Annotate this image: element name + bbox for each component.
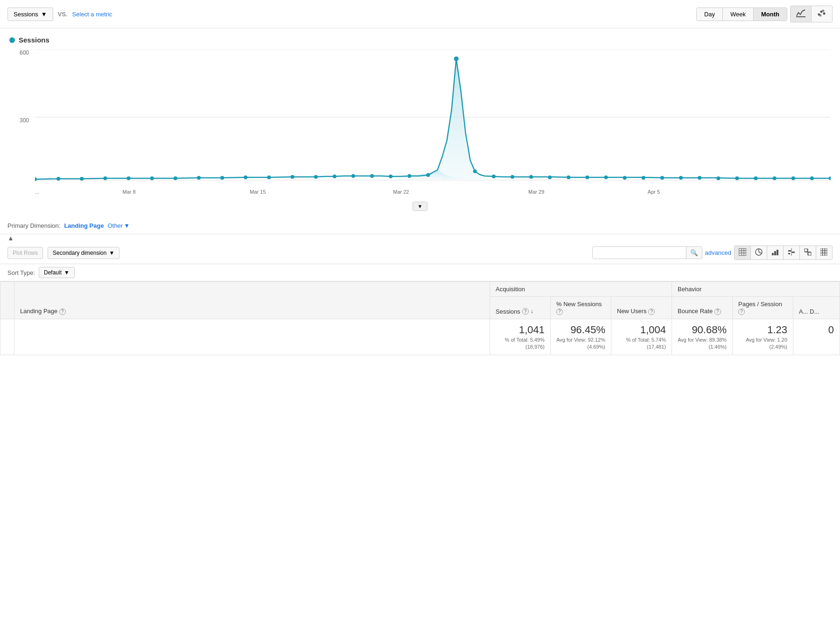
- chart-scatter-btn[interactable]: [812, 6, 832, 22]
- other-dim-arrow: ▼: [124, 222, 130, 229]
- svg-line-58: [759, 252, 762, 253]
- svg-rect-64: [792, 252, 795, 253]
- pivot-icon: [804, 248, 812, 256]
- svg-point-46: [754, 176, 758, 180]
- svg-point-13: [80, 177, 84, 181]
- vs-label: VS.: [58, 11, 68, 18]
- svg-point-5: [822, 10, 825, 12]
- svg-point-27: [389, 175, 392, 178]
- th-group-behavior: Behavior: [672, 282, 840, 297]
- custom-report-icon: [820, 248, 828, 256]
- landing-page-help-icon[interactable]: ?: [59, 308, 66, 315]
- view-pie-btn[interactable]: [751, 246, 767, 259]
- top-toolbar: Sessions ▼ VS. Select a metric Day Week …: [0, 0, 840, 28]
- view-compare-btn[interactable]: [784, 246, 800, 259]
- other-dim-dropdown[interactable]: Other ▼: [108, 222, 130, 229]
- th-pct-new-sessions: % New Sessions ?: [551, 297, 611, 319]
- chart-type-group: [790, 6, 833, 22]
- svg-point-21: [267, 175, 271, 179]
- x-label-apr5: Apr 5: [648, 189, 660, 195]
- totals-checkbox-cell: [0, 319, 14, 355]
- svg-point-49: [810, 176, 814, 180]
- plot-rows-btn[interactable]: Plot Rows: [7, 247, 43, 259]
- x-label-mar29: Mar 29: [528, 189, 544, 195]
- secondary-dim-btn[interactable]: Secondary dimension ▼: [48, 247, 119, 259]
- totals-avg-dur: 0: [793, 319, 840, 355]
- svg-point-24: [333, 175, 336, 178]
- x-label-mar22: Mar 22: [393, 189, 409, 195]
- svg-point-20: [244, 175, 247, 179]
- sort-default-btn[interactable]: Default ▼: [39, 267, 75, 278]
- svg-rect-71: [823, 248, 825, 256]
- view-table-btn[interactable]: [735, 246, 751, 259]
- chart-collapse-toggle[interactable]: ▼: [413, 202, 428, 211]
- dropdown-arrow: ▼: [41, 11, 47, 18]
- chart-area: Sessions 600 300: [0, 28, 840, 214]
- svg-point-41: [660, 176, 664, 180]
- svg-point-33: [511, 175, 514, 179]
- svg-point-35: [548, 175, 552, 179]
- chart-container: 600 300: [9, 49, 831, 199]
- svg-point-17: [174, 176, 177, 180]
- th-avg-dur: A... D...: [793, 297, 840, 319]
- sessions-help-icon[interactable]: ?: [522, 308, 529, 315]
- totals-label-cell: [14, 319, 490, 355]
- x-label-mar15: Mar 15: [250, 189, 266, 195]
- bar-chart-icon: [771, 248, 779, 256]
- totals-sessions-sub: % of Total: 5.49% (18,976): [505, 337, 545, 350]
- secondary-dim-label: Secondary dimension: [53, 250, 106, 256]
- svg-point-37: [585, 175, 589, 179]
- svg-point-28: [407, 174, 411, 178]
- svg-point-50: [829, 176, 831, 180]
- period-week-btn[interactable]: Week: [723, 8, 754, 21]
- svg-point-15: [127, 176, 131, 180]
- primary-dim-value[interactable]: Landing Page: [64, 222, 104, 229]
- view-pivot-btn[interactable]: [800, 246, 816, 259]
- svg-point-42: [679, 176, 683, 180]
- pie-chart-icon: [755, 248, 763, 256]
- svg-rect-68: [805, 249, 807, 252]
- totals-new-users-value: 1,004: [617, 324, 666, 336]
- filter-right: 🔍 advanced: [592, 245, 833, 260]
- view-bar-btn[interactable]: [767, 246, 784, 259]
- svg-rect-59: [772, 253, 774, 255]
- filter-toolbar: Plot Rows Secondary dimension ▼ 🔍 advanc…: [0, 242, 840, 264]
- new-users-help-icon[interactable]: ?: [648, 308, 655, 315]
- chart-line-btn[interactable]: [791, 6, 812, 22]
- view-custom-btn[interactable]: [816, 246, 832, 259]
- search-icon: 🔍: [690, 249, 698, 256]
- table-expand-indicator: ▲: [0, 234, 840, 242]
- search-button[interactable]: 🔍: [686, 247, 702, 259]
- th-pages-session: Pages / Session ?: [733, 297, 793, 319]
- chart-collapse-btn: ▼: [9, 199, 831, 214]
- advanced-link[interactable]: advanced: [705, 249, 731, 256]
- svg-point-3: [823, 13, 826, 15]
- pages-session-help-icon[interactable]: ?: [738, 308, 745, 315]
- svg-point-16: [150, 176, 154, 180]
- secondary-dim-arrow: ▼: [109, 250, 114, 256]
- th-landing-page: Landing Page ?: [14, 282, 490, 319]
- totals-sessions: 1,041 % of Total: 5.49% (18,976): [490, 319, 551, 355]
- select-metric-link[interactable]: Select a metric: [72, 11, 112, 18]
- sessions-sort-arrow[interactable]: ↓: [531, 308, 533, 315]
- svg-point-48: [791, 176, 795, 180]
- metric-dropdown[interactable]: Sessions ▼: [7, 7, 53, 21]
- svg-point-38: [604, 175, 608, 179]
- period-month-btn[interactable]: Month: [754, 8, 787, 21]
- pct-new-sessions-help-icon[interactable]: ?: [556, 308, 563, 315]
- period-day-btn[interactable]: Day: [697, 8, 723, 21]
- svg-point-30: [454, 56, 459, 61]
- svg-marker-10: [438, 59, 489, 179]
- svg-point-12: [56, 177, 60, 181]
- search-input[interactable]: [593, 247, 686, 259]
- bounce-rate-help-icon[interactable]: ?: [714, 308, 721, 315]
- totals-sessions-value: 1,041: [496, 324, 545, 336]
- data-table: Landing Page ? Acquisition Behavior Sess…: [0, 281, 840, 355]
- svg-point-39: [623, 176, 627, 180]
- totals-bounce-rate-sub: Avg for View: 89.38% (1.46%): [678, 337, 727, 350]
- svg-point-26: [370, 174, 374, 178]
- svg-rect-61: [777, 250, 778, 255]
- svg-rect-65: [788, 253, 790, 254]
- svg-point-34: [529, 175, 533, 179]
- toolbar-left: Sessions ▼ VS. Select a metric: [7, 7, 112, 21]
